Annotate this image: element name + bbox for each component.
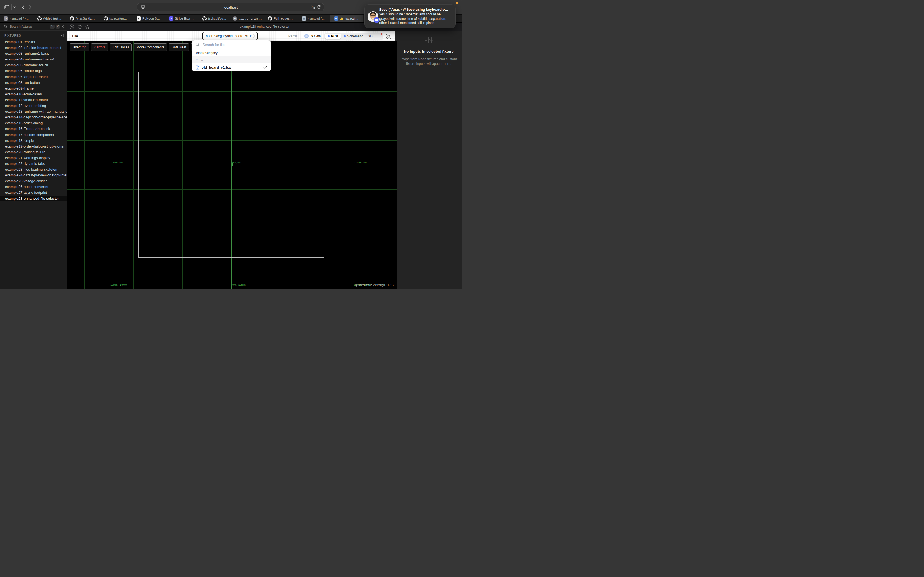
- tab-label: لابتوب ابل للبي…: [239, 16, 262, 20]
- sidebar-item-example18-simple[interactable]: example18-simple: [0, 138, 67, 143]
- ts-icon: ts: [334, 16, 338, 21]
- sidebar-item-example09-iframe[interactable]: example09-iframe: [0, 85, 67, 91]
- sidebar-item-example14-cli-jlcpcb-order-pipeline-scenari[interactable]: example14-cli-jlcpcb-order-pipeline-scen…: [0, 114, 67, 120]
- notification-more[interactable]: …: [450, 16, 454, 20]
- fixture-search-input[interactable]: [10, 25, 48, 29]
- notification-title: Seve ("Anas - @Seve using keyboard o…: [379, 7, 448, 11]
- file-selector-button[interactable]: boards/legacy/old_board_v1.tsx: [202, 32, 258, 40]
- sidebar-item-example19-order-dialog-github-signin[interactable]: example19-order-dialog-github-signin: [0, 143, 67, 149]
- sidebar-item-example16-Errors-tab-check[interactable]: example16-Errors-tab-check: [0, 126, 67, 132]
- github-icon: [37, 16, 42, 21]
- browser-tab[interactable]: tscircuit/co…: [198, 15, 231, 22]
- sidebar-item-example04-runframe-with-api-1[interactable]: example04-runframe-with-api-1: [0, 56, 67, 62]
- blue-dot-icon: [344, 35, 346, 37]
- sidebar-item-example28-enhanced-file-selector[interactable]: example28-enhanced-file-selector: [0, 196, 67, 201]
- more-views-button[interactable]: …: [375, 34, 383, 39]
- sidebar-item-example15-order-dialog[interactable]: example15-order-dialog: [0, 120, 67, 126]
- github-icon: [70, 16, 74, 21]
- fullscreen-icon[interactable]: [386, 34, 392, 39]
- arrow-up-icon: [195, 58, 199, 61]
- tab-label: tscircuit/co…: [208, 17, 226, 20]
- tab-label: Pull reques…: [274, 17, 292, 20]
- browser-tab[interactable]: Pull reques…: [264, 15, 297, 22]
- blue-dot-icon: [328, 35, 330, 37]
- rats-nest-button[interactable]: Rats Nest: [169, 44, 189, 51]
- sidebar-item-example23-files-loading-skeleton[interactable]: example23-files-loading-skeleton: [0, 166, 67, 172]
- stripe-icon: S: [169, 16, 173, 21]
- no-inputs-title: No inputs in selected fixture: [399, 50, 458, 53]
- sidebar-item-example25-voltage-divider[interactable]: example25-voltage-divider: [0, 178, 67, 184]
- tab-label: <smtpad />…: [10, 17, 29, 20]
- browser-tab[interactable]: tstscircui…: [330, 15, 363, 22]
- translate-icon[interactable]: A 文: [311, 5, 315, 9]
- v-icon: V: [4, 16, 8, 21]
- layer-button[interactable]: layer:top: [70, 44, 89, 51]
- o-icon: O: [233, 16, 237, 21]
- browser-tab[interactable]: V<smtpad />…: [0, 15, 33, 22]
- sidebar-item-example12-event-emitting[interactable]: example12-event-emitting: [0, 103, 67, 108]
- back-button[interactable]: [22, 5, 24, 9]
- tab-3d[interactable]: 3D: [366, 34, 375, 39]
- sidebar-item-example24-circuit-preview-chatgpt-interfac[interactable]: example24-circuit-preview-chatgpt-interf…: [0, 172, 67, 178]
- sidebar-item-example11-small-led-matrix[interactable]: example11-small-led-matrix: [0, 97, 67, 103]
- coord-label: 0m, 0m: [233, 161, 241, 164]
- pcb-canvas[interactable]: -10mm, 0m 0m, 0m 10mm, 0m -10mm, -10mm 0…: [67, 42, 397, 288]
- fixture-search-row: ⌘ K: [0, 23, 67, 31]
- file-search-input[interactable]: [203, 43, 268, 47]
- collapse-sidebar-icon[interactable]: [62, 25, 64, 28]
- sidebar-item-example10-error-cases[interactable]: example10-error-cases: [0, 91, 67, 97]
- tab-label: tscircui…: [346, 17, 358, 20]
- url-bar[interactable]: localhost A 文: [137, 3, 324, 11]
- sidebar-item-example02-left-side-header-content[interactable]: example02-left-side-header-content: [0, 45, 67, 50]
- discord-icon: [374, 17, 379, 23]
- browser-tab[interactable]: Added test…: [33, 15, 66, 22]
- notification-popup[interactable]: Seve ("Anas - @Seve using keyboard o… Ye…: [364, 5, 456, 28]
- sidebar-toggle-icon[interactable]: [5, 5, 9, 9]
- school-icon: [302, 16, 306, 21]
- tab-schematic[interactable]: Schematic: [342, 34, 365, 39]
- screen: localhost A 文 V<smtpad /: [0, 0, 462, 288]
- sidebar-item-example27-async-footprint[interactable]: example27-async-footprint: [0, 190, 67, 195]
- browser-tab[interactable]: SStripe Expr…: [165, 15, 198, 22]
- text-cursor: [202, 43, 202, 47]
- edit-traces-button[interactable]: Edit Traces: [110, 44, 132, 51]
- sidebar-item-example17-custom-component[interactable]: example17-custom-component: [0, 132, 67, 138]
- coord-label: -10mm, 0m: [110, 161, 123, 164]
- sidebar-item-example13-runframe-with-api-manual-edits[interactable]: example13-runframe-with-api-manual-edits: [0, 108, 67, 114]
- tab-pcb[interactable]: PCB: [325, 34, 341, 39]
- fixtures-section-label: FIXTURES: [5, 34, 21, 37]
- sidebar-item-example05-runframe-for-cli[interactable]: example05-runframe-for-cli: [0, 62, 67, 68]
- reload-icon[interactable]: [317, 5, 321, 9]
- parent-directory-item[interactable]: ..: [192, 56, 271, 63]
- browser-tab[interactable]: <smtpad /…: [297, 15, 330, 22]
- sidebar-item-example07-large-led-matrix[interactable]: example07-large-led-matrix: [0, 74, 67, 80]
- sidebar-item-example08-run-button[interactable]: example08-run-button: [0, 80, 67, 85]
- forward-button[interactable]: [29, 5, 31, 9]
- sidebar-item-example26-boost-converter[interactable]: example26-boost-converter: [0, 184, 67, 190]
- browser-tab[interactable]: Polygon S…: [132, 15, 165, 22]
- sidebar-item-example06-render-logs[interactable]: example06-render-logs: [0, 68, 67, 74]
- fixtures-sidebar: ⌘ K FIXTURES example01-resistorexample02…: [0, 23, 67, 288]
- sidebar-item-example22-dynamic-tabs[interactable]: example22-dynamic-tabs: [0, 161, 67, 166]
- errors-button[interactable]: 2 errors: [91, 44, 108, 51]
- chevron-down-icon[interactable]: [13, 6, 16, 8]
- reader-icon[interactable]: [141, 5, 145, 9]
- sidebar-item-example03-runframe1-basic[interactable]: example03-runframe1-basic: [0, 50, 67, 56]
- cmd-key-badge: ⌘: [50, 25, 55, 29]
- main-area: example28-enhanced-file-selector File bo…: [67, 23, 462, 288]
- file-item[interactable]: old_board_v1.tsx: [192, 63, 271, 71]
- tab-label: tscircuit/ru…: [110, 17, 127, 20]
- openai-icon: [137, 16, 141, 21]
- tab-label: Added test…: [43, 17, 61, 20]
- browser-tab[interactable]: Oلابتوب ابل للبي…: [231, 15, 264, 22]
- move-components-button[interactable]: Move Components: [134, 44, 167, 51]
- browser-tab[interactable]: AnasSarkiz…: [66, 15, 99, 22]
- sidebar-item-example20-routing-failure[interactable]: example20-routing-failure: [0, 149, 67, 155]
- collapse-section-icon[interactable]: [60, 34, 63, 37]
- file-menu[interactable]: File: [72, 34, 78, 38]
- github-icon: [202, 16, 207, 21]
- current-directory-label: /boards/legacy: [192, 49, 271, 56]
- sidebar-item-example01-resistor[interactable]: example01-resistor: [0, 39, 67, 45]
- browser-tab[interactable]: tscircuit/ru…: [99, 15, 132, 22]
- sidebar-item-example21-warnings-display[interactable]: example21-warnings-display: [0, 155, 67, 161]
